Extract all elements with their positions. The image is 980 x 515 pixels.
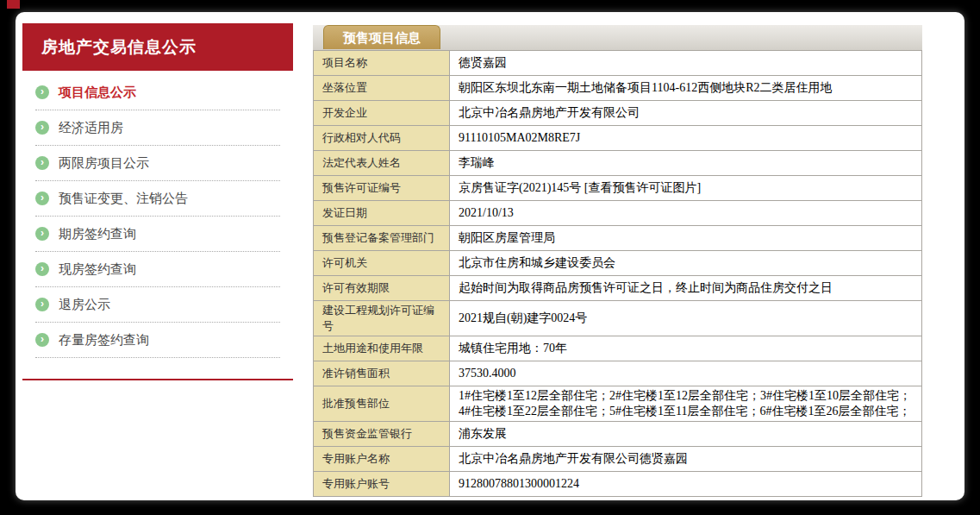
- view-license-image-link[interactable]: [查看预售许可证图片]: [581, 181, 701, 194]
- row-label: 建设工程规划许可证编号: [314, 301, 450, 336]
- sidebar-item-label: 现房签约查询: [59, 261, 136, 278]
- page-background: { "sidebar": { "title": "房地产交易信息公示", "it…: [0, 0, 980, 515]
- chevron-right-icon: ›: [35, 156, 49, 170]
- chevron-right-icon: ›: [35, 333, 49, 347]
- table-row: 行政相对人代码91110105MA02M8RE7J: [314, 126, 922, 151]
- table-row: 坐落位置朝阳区东坝北东南一期土地储备项目1104-612西侧地块R2二类居住用地: [314, 76, 922, 101]
- row-value: 91110105MA02M8RE7J: [450, 126, 922, 151]
- sidebar-item[interactable]: ›退房公示: [35, 287, 280, 323]
- chevron-right-icon: ›: [35, 85, 49, 99]
- table-row: 预售许可证编号京房售证字(2021)145号 [查看预售许可证图片]: [314, 176, 922, 201]
- sidebar-item[interactable]: ›经济适用房: [35, 110, 280, 146]
- row-value: 北京中冶名鼎房地产开发有限公司德贤嘉园: [450, 447, 922, 472]
- row-label: 专用账户名称: [314, 447, 450, 472]
- table-row: 许可机关北京市住房和城乡建设委员会: [314, 251, 922, 276]
- row-label: 预售资金监管银行: [314, 422, 450, 447]
- row-value: 德贤嘉园: [450, 51, 922, 76]
- row-label: 预售许可证编号: [314, 176, 450, 201]
- chevron-right-icon: ›: [35, 121, 49, 135]
- chevron-right-icon: ›: [35, 262, 49, 276]
- sidebar-header: 房地产交易信息公示: [22, 23, 293, 71]
- row-label: 坐落位置: [314, 76, 450, 101]
- sidebar-item[interactable]: ›项目信息公示: [35, 75, 280, 110]
- sidebar-item-label: 经济适用房: [59, 120, 123, 136]
- row-label: 许可有效期限: [314, 276, 450, 301]
- project-info-table: 项目名称德贤嘉园坐落位置朝阳区东坝北东南一期土地储备项目1104-612西侧地块…: [313, 50, 922, 497]
- table-row: 建设工程规划许可证编号2021规自(朝)建字0024号: [314, 301, 922, 336]
- row-label: 发证日期: [314, 201, 450, 226]
- row-value: 朝阳区东坝北东南一期土地储备项目1104-612西侧地块R2二类居住用地: [450, 76, 922, 101]
- table-row: 法定代表人姓名李瑞峰: [314, 151, 922, 176]
- row-value: 京房售证字(2021)145号 [查看预售许可证图片]: [450, 176, 922, 201]
- row-value: 李瑞峰: [450, 151, 922, 176]
- table-row: 准许销售面积37530.4000: [314, 361, 922, 386]
- row-label: 许可机关: [314, 251, 450, 276]
- table-row: 土地用途和使用年限城镇住宅用地：70年: [314, 336, 922, 361]
- row-value: 城镇住宅用地：70年: [450, 336, 922, 361]
- sidebar-item[interactable]: ›现房签约查询: [35, 252, 280, 287]
- sidebar: 房地产交易信息公示 ›项目信息公示›经济适用房›两限房项目公示›预售证变更、注销…: [22, 23, 293, 380]
- row-label: 行政相对人代码: [314, 126, 450, 151]
- tab-presale-project-info[interactable]: 预售项目信息: [323, 25, 440, 49]
- main-panel: 预售项目信息 项目名称德贤嘉园坐落位置朝阳区东坝北东南一期土地储备项目1104-…: [313, 25, 922, 497]
- sidebar-item[interactable]: ›两限房项目公示: [35, 146, 280, 181]
- sidebar-item-label: 预售证变更、注销公告: [59, 191, 188, 207]
- chevron-right-icon: ›: [35, 298, 49, 311]
- table-row: 开发企业北京中冶名鼎房地产开发有限公司: [314, 101, 922, 126]
- row-value: 浦东发展: [450, 422, 922, 447]
- table-row: 预售资金监管银行浦东发展: [314, 422, 922, 447]
- row-value: 91280078801300001224: [450, 472, 922, 497]
- sidebar-item-label: 两限房项目公示: [59, 155, 149, 172]
- content-card: 房地产交易信息公示 ›项目信息公示›经济适用房›两限房项目公示›预售证变更、注销…: [16, 12, 964, 500]
- sidebar-item-label: 项目信息公示: [59, 85, 136, 101]
- sidebar-item-label: 期房签约查询: [59, 226, 136, 242]
- row-label: 项目名称: [314, 51, 450, 76]
- table-row: 专用账户账号91280078801300001224: [314, 472, 922, 497]
- partial-red-element: [7, 0, 20, 9]
- row-value: 2021/10/13: [450, 201, 922, 226]
- row-value: 朝阳区房屋管理局: [450, 226, 922, 251]
- row-value: 北京中冶名鼎房地产开发有限公司: [450, 101, 922, 126]
- row-value: 1#住宅楼1至12层全部住宅；2#住宅楼1至12层全部住宅；3#住宅楼1至10层…: [450, 386, 922, 422]
- sidebar-item[interactable]: ›预售证变更、注销公告: [35, 181, 280, 217]
- row-label: 法定代表人姓名: [314, 151, 450, 176]
- sidebar-menu: ›项目信息公示›经济适用房›两限房项目公示›预售证变更、注销公告›期房签约查询›…: [22, 71, 293, 358]
- row-label: 专用账户账号: [314, 472, 450, 497]
- row-value: 北京市住房和城乡建设委员会: [450, 251, 922, 276]
- sidebar-item[interactable]: ›期房签约查询: [35, 217, 280, 252]
- table-row: 预售登记备案管理部门朝阳区房屋管理局: [314, 226, 922, 251]
- sidebar-item-label: 退房公示: [59, 297, 110, 313]
- sidebar-item[interactable]: ›存量房签约查询: [35, 323, 280, 358]
- table-row: 发证日期2021/10/13: [314, 201, 922, 226]
- row-label: 批准预售部位: [314, 386, 450, 422]
- row-label: 预售登记备案管理部门: [314, 226, 450, 251]
- table-row: 批准预售部位1#住宅楼1至12层全部住宅；2#住宅楼1至12层全部住宅；3#住宅…: [314, 386, 922, 422]
- chevron-right-icon: ›: [35, 192, 49, 205]
- row-label: 开发企业: [314, 101, 450, 126]
- row-value: 2021规自(朝)建字0024号: [450, 301, 922, 336]
- row-value: 37530.4000: [450, 361, 922, 386]
- table-row: 项目名称德贤嘉园: [314, 51, 922, 76]
- row-value: 起始时间为取得商品房预售许可证之日，终止时间为商品住房交付之日: [450, 276, 922, 301]
- table-row: 专用账户名称北京中冶名鼎房地产开发有限公司德贤嘉园: [314, 447, 922, 472]
- sidebar-item-label: 存量房签约查询: [59, 332, 149, 349]
- row-label: 土地用途和使用年限: [314, 336, 450, 361]
- sidebar-title: 房地产交易信息公示: [22, 36, 197, 59]
- chevron-right-icon: ›: [35, 227, 49, 241]
- tab-bar: 预售项目信息: [313, 25, 922, 50]
- table-row: 许可有效期限起始时间为取得商品房预售许可证之日，终止时间为商品住房交付之日: [314, 276, 922, 301]
- row-label: 准许销售面积: [314, 361, 450, 386]
